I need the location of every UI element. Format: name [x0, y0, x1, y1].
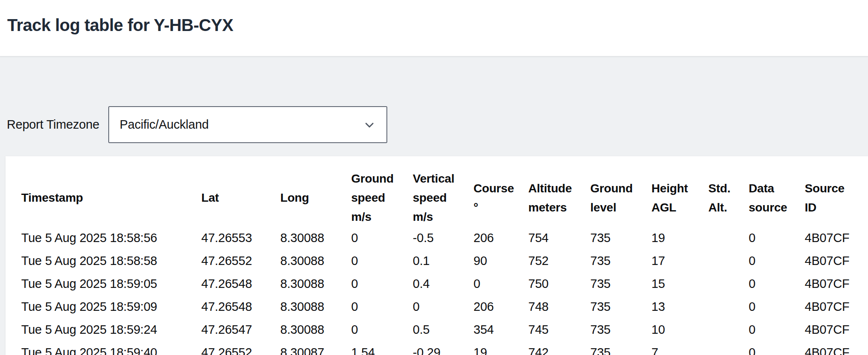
table-cell: 7	[651, 341, 708, 355]
table-cell: 4B07CF	[805, 295, 868, 318]
table-cell: 0	[749, 249, 805, 272]
table-cell: 750	[528, 272, 590, 295]
table-cell: 354	[473, 318, 528, 341]
table-cell: 754	[528, 226, 590, 249]
table-cell: 206	[473, 295, 528, 318]
table-cell: 735	[590, 226, 651, 249]
app-header: Track log table for Y-HB-CYX	[0, 0, 868, 56]
table-cell: 47.26548	[201, 272, 280, 295]
table-cell: -0.5	[413, 226, 473, 249]
table-cell: 47.26547	[201, 318, 280, 341]
table-cell: 47.26552	[201, 341, 280, 355]
table-cell: 8.30088	[280, 295, 351, 318]
table-cell: Tue 5 Aug 2025 18:59:24	[6, 318, 201, 341]
table-cell: 47.26548	[201, 295, 280, 318]
table-cell: Tue 5 Aug 2025 18:59:40	[6, 341, 201, 355]
header-cell: Ground speed m/s	[351, 156, 413, 226]
header-cell: Lat	[201, 156, 280, 226]
table-cell: 19	[651, 226, 708, 249]
table-cell	[708, 295, 749, 318]
table-body: Tue 5 Aug 2025 18:58:5647.265538.300880-…	[6, 226, 868, 355]
table-row: Tue 5 Aug 2025 18:59:2447.265478.3008800…	[6, 318, 868, 341]
table-row: Tue 5 Aug 2025 18:58:5847.265528.3008800…	[6, 249, 868, 272]
table-cell: 0	[351, 249, 413, 272]
chevron-down-icon	[363, 118, 376, 132]
timezone-select-value: Pacific/Auckland	[120, 118, 209, 132]
table-cell: 4B07CF	[805, 226, 868, 249]
table-cell: 748	[528, 295, 590, 318]
table-row: Tue 5 Aug 2025 18:58:5647.265538.300880-…	[6, 226, 868, 249]
header-cell: Data source	[749, 156, 805, 226]
table-cell: 0	[749, 318, 805, 341]
table-cell: 742	[528, 341, 590, 355]
table-cell: 745	[528, 318, 590, 341]
table-cell: 0	[749, 226, 805, 249]
table-cell: 0	[413, 295, 473, 318]
table-cell: 47.26552	[201, 249, 280, 272]
table-cell: 47.26553	[201, 226, 280, 249]
table-cell	[708, 341, 749, 355]
header-cell: Altitude meters	[528, 156, 590, 226]
header-row: TimestampLatLongGround speed m/sVertical…	[6, 156, 868, 226]
header-cell: Ground level	[590, 156, 651, 226]
table-cell: Tue 5 Aug 2025 18:59:05	[6, 272, 201, 295]
table-cell: 735	[590, 272, 651, 295]
header-cell: Long	[280, 156, 351, 226]
table-cell: 0	[351, 295, 413, 318]
table-cell: 4B07CF	[805, 249, 868, 272]
table-cell: 735	[590, 249, 651, 272]
table-row: Tue 5 Aug 2025 18:59:4047.265528.300871.…	[6, 341, 868, 355]
table-cell: 90	[473, 249, 528, 272]
timezone-control-row: Report Timezone Pacific/Auckland	[7, 106, 387, 143]
table-cell: 0.5	[413, 318, 473, 341]
table-cell: 4B07CF	[805, 318, 868, 341]
table-cell: Tue 5 Aug 2025 18:58:58	[6, 249, 201, 272]
header-cell: Course °	[473, 156, 528, 226]
table-cell: 735	[590, 341, 651, 355]
table-cell: -0.29	[413, 341, 473, 355]
header-cell: Vertical speed m/s	[413, 156, 473, 226]
table-cell: 4B07CF	[805, 272, 868, 295]
table-cell: Tue 5 Aug 2025 18:58:56	[6, 226, 201, 249]
header-cell: Height AGL	[651, 156, 708, 226]
table-row: Tue 5 Aug 2025 18:59:0547.265488.3008800…	[6, 272, 868, 295]
table-cell: 15	[651, 272, 708, 295]
header-cell: Timestamp	[6, 156, 201, 226]
table-cell: 0	[351, 318, 413, 341]
table-cell: 206	[473, 226, 528, 249]
table-cell: Tue 5 Aug 2025 18:59:09	[6, 295, 201, 318]
table-cell: 8.30088	[280, 318, 351, 341]
track-log-table-card: TimestampLatLongGround speed m/sVertical…	[6, 156, 868, 355]
table-cell: 752	[528, 249, 590, 272]
table-cell: 4B07CF	[805, 341, 868, 355]
track-log-table: TimestampLatLongGround speed m/sVertical…	[6, 156, 868, 355]
table-row: Tue 5 Aug 2025 18:59:0947.265488.3008800…	[6, 295, 868, 318]
table-cell	[708, 249, 749, 272]
table-cell: 8.30088	[280, 226, 351, 249]
table-cell: 8.30087	[280, 341, 351, 355]
table-cell: 8.30088	[280, 249, 351, 272]
table-cell: 1.54	[351, 341, 413, 355]
table-cell: 0	[351, 226, 413, 249]
header-cell: Std. Alt.	[708, 156, 749, 226]
table-cell: 735	[590, 318, 651, 341]
table-cell: 13	[651, 295, 708, 318]
table-cell: 0	[749, 272, 805, 295]
table-cell	[708, 318, 749, 341]
timezone-select[interactable]: Pacific/Auckland	[108, 106, 387, 143]
table-cell: 0	[749, 341, 805, 355]
timezone-label: Report Timezone	[7, 118, 99, 132]
table-cell: 0	[749, 295, 805, 318]
table-cell: 17	[651, 249, 708, 272]
table-cell: 0.4	[413, 272, 473, 295]
table-cell: 735	[590, 295, 651, 318]
table-cell: 19	[473, 341, 528, 355]
page-title: Track log table for Y-HB-CYX	[7, 16, 233, 35]
table-cell: 0	[351, 272, 413, 295]
table-cell	[708, 226, 749, 249]
table-cell: 10	[651, 318, 708, 341]
header-cell: Source ID	[805, 156, 868, 226]
table-cell	[708, 272, 749, 295]
table-cell: 8.30088	[280, 272, 351, 295]
table-cell: 0	[473, 272, 528, 295]
